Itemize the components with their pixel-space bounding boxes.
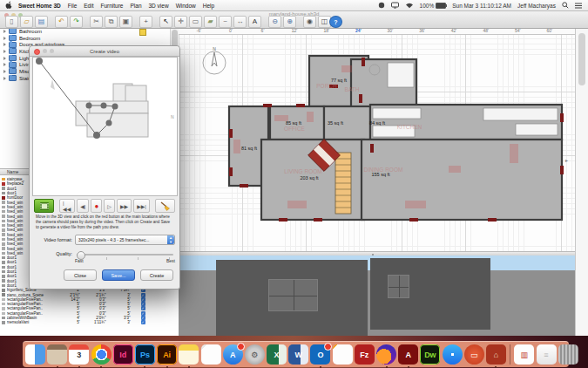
dock-icon[interactable] xyxy=(510,344,510,365)
toolbar-button[interactable]: ▤ xyxy=(35,16,48,28)
skip-to-start-button[interactable]: |◀◀ xyxy=(59,199,75,213)
plan-view[interactable]: -6'0'6'12'18'24'30'36'42'48'54'60' N xyxy=(179,28,575,251)
dock-icon[interactable]: ▭ xyxy=(464,344,484,365)
splitter-collapse-icon[interactable]: ▸ xyxy=(565,157,568,163)
disclosure-triangle-icon[interactable] xyxy=(3,77,6,80)
dock-icon[interactable]: A xyxy=(398,344,418,365)
spotlight-icon[interactable] xyxy=(562,2,569,9)
visible-checkbox[interactable]: ✓ xyxy=(141,320,145,324)
toolbar-button[interactable]: + xyxy=(139,16,152,28)
dock-icon[interactable] xyxy=(47,344,67,365)
dock-icon[interactable]: Ps xyxy=(135,344,155,365)
delete-path-button[interactable] xyxy=(155,199,175,213)
menu-item[interactable]: Window xyxy=(176,3,196,9)
record-button[interactable]: ● xyxy=(91,199,102,213)
dock-icon[interactable] xyxy=(333,344,353,365)
toolbar-button[interactable]: ▣ xyxy=(119,16,132,28)
ruler-label: 30' xyxy=(375,28,407,34)
menu-item[interactable]: Plan xyxy=(130,3,141,9)
toolbar-button[interactable]: ▭ xyxy=(189,16,202,28)
dock-icon[interactable]: Fz xyxy=(355,344,375,365)
toolbar-button[interactable]: ▰ xyxy=(204,16,217,28)
dock-icon[interactable]: ⌂ xyxy=(486,344,506,365)
dialog-close-button[interactable] xyxy=(34,49,40,55)
disclosure-triangle-icon[interactable] xyxy=(3,63,6,66)
toolbar-button[interactable]: ⊕ xyxy=(283,16,296,28)
dock-icon[interactable]: 3 xyxy=(69,344,89,365)
toolbar-button[interactable]: ↷ xyxy=(70,16,83,28)
video-format-select[interactable]: 320x240 pixels - 4:3 - 25 frames/sec... … xyxy=(75,235,175,245)
dock-icon[interactable]: ⚙ xyxy=(245,344,265,365)
toolbar-button[interactable]: ▱ xyxy=(20,16,33,28)
step-back-button[interactable]: ◀| xyxy=(77,199,89,213)
slider-track[interactable] xyxy=(77,254,173,256)
menu-clock[interactable]: Sun Mar 3 11:10:12 AM xyxy=(452,3,511,9)
dock-icon[interactable] xyxy=(376,344,396,365)
skip-to-end-button[interactable]: ▶▶| xyxy=(133,199,150,213)
staircase-shape[interactable] xyxy=(335,153,351,214)
disclosure-triangle-icon[interactable] xyxy=(3,50,6,53)
disclosure-triangle-icon[interactable] xyxy=(3,37,6,40)
menu-item[interactable]: 3D view xyxy=(149,3,169,9)
play-button[interactable]: ▷ xyxy=(104,199,115,213)
dock-icon[interactable] xyxy=(179,344,199,365)
dock-icon[interactable]: W xyxy=(288,344,308,365)
dock-icon[interactable]: Dw xyxy=(420,344,440,365)
toolbar-button[interactable]: ◉ xyxy=(303,16,316,28)
battery-status[interactable]: 100% xyxy=(420,3,447,9)
toolbar-button[interactable]: ✛ xyxy=(174,16,187,28)
disclosure-triangle-icon[interactable] xyxy=(3,70,6,73)
toolbar-button[interactable]: ↖ xyxy=(159,16,172,28)
plan-scrollbar[interactable] xyxy=(575,28,588,336)
toolbar-button[interactable]: ~ xyxy=(219,16,232,28)
dock-icon[interactable] xyxy=(558,344,578,365)
apple-menu-icon[interactable] xyxy=(5,1,12,10)
quality-slider[interactable]: Fast Best xyxy=(75,249,175,263)
video-path-preview[interactable]: N xyxy=(32,57,178,196)
toolbar-button[interactable]: ↔ xyxy=(233,16,247,28)
user-menu[interactable]: Jeff Macharyas xyxy=(517,3,556,9)
dock-icon[interactable]: Id xyxy=(113,344,133,365)
dock-icon[interactable]: ≡ xyxy=(537,344,557,365)
dock-icon[interactable] xyxy=(443,344,463,365)
floor-plan[interactable]: N xyxy=(179,28,575,251)
movie-format-button[interactable] xyxy=(34,199,54,213)
dock-icon[interactable]: ▥ xyxy=(514,344,534,365)
toolbar-button[interactable]: ✂ xyxy=(90,16,103,28)
3d-view[interactable] xyxy=(179,256,575,336)
notification-center-icon[interactable] xyxy=(575,3,582,9)
save-video-button[interactable]: Save... xyxy=(102,269,135,281)
compass-icon[interactable]: N xyxy=(203,46,226,74)
toolbar-button[interactable]: ⧉ xyxy=(105,16,118,28)
dock-icon[interactable] xyxy=(201,344,221,365)
menu-item[interactable]: File xyxy=(68,3,77,9)
dock-icon[interactable]: O xyxy=(310,344,330,365)
disclosure-triangle-icon[interactable] xyxy=(3,43,6,46)
camera-path-canvas[interactable]: N xyxy=(33,58,177,195)
menu-item[interactable]: Furniture xyxy=(100,3,123,9)
dialog-title-bar[interactable]: Create video xyxy=(30,46,179,57)
name-column-header[interactable]: Name xyxy=(7,169,18,174)
menu-extra-icon[interactable] xyxy=(378,2,385,9)
fast-forward-button[interactable]: ▶▶ xyxy=(117,199,132,213)
dock-icon[interactable] xyxy=(91,344,112,365)
furniture-row[interactable]: mensolaVani 5' 1'11¾" 3' ✓ xyxy=(0,320,179,324)
disclosure-triangle-icon[interactable] xyxy=(3,57,6,60)
create-button[interactable]: Create xyxy=(140,269,173,281)
toolbar-button[interactable]: ↶ xyxy=(55,16,68,28)
menu-item[interactable]: Help xyxy=(203,3,214,9)
menu-app-name[interactable]: Sweet Home 3D xyxy=(18,3,61,9)
toolbar-button[interactable]: ⊖ xyxy=(268,16,281,28)
disclosure-triangle-icon[interactable] xyxy=(3,30,6,33)
toolbar-button[interactable]: A xyxy=(248,16,261,28)
help-button[interactable]: ? xyxy=(329,16,342,28)
dock-icon[interactable]: A xyxy=(223,344,243,365)
dock-icon[interactable]: Ai xyxy=(157,344,177,365)
close-button[interactable]: Close xyxy=(64,269,97,281)
toolbar-button[interactable]: ▯ xyxy=(5,16,18,28)
wifi-icon[interactable] xyxy=(405,2,414,9)
dock-icon[interactable] xyxy=(25,344,45,365)
dock-icon[interactable]: X xyxy=(267,344,287,365)
display-mirroring-icon[interactable] xyxy=(391,2,399,9)
menu-item[interactable]: Edit xyxy=(84,3,93,9)
